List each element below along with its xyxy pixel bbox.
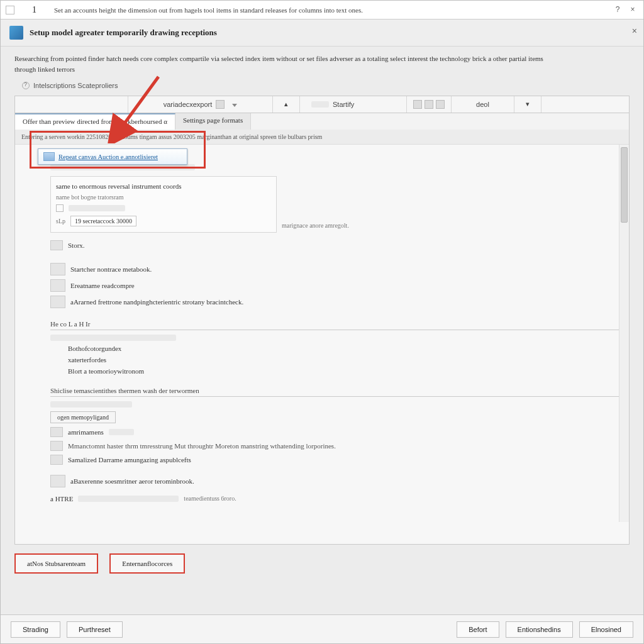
content-pane: so emmitter apply three around clearers …	[15, 145, 629, 522]
intro-text: Researching from pointed finder hatch ne…	[1, 47, 643, 78]
titlebar-hint: Set an accounts height the dimension out…	[54, 6, 363, 14]
page-title: Setup model agreater temporarily drawing…	[30, 28, 217, 38]
blur-placeholder	[50, 401, 132, 408]
scrollbar-thumb[interactable]	[621, 147, 628, 223]
settings-panel: same to enormous reversal instrument coo…	[50, 176, 277, 233]
item-icon	[50, 441, 63, 451]
wizard-icon	[9, 26, 23, 40]
toolbar-slot-empty	[15, 96, 128, 113]
item-icon	[50, 475, 65, 487]
grid-icon[interactable]	[413, 100, 422, 109]
footer-btn-befort[interactable]: Befort	[457, 621, 499, 638]
info-bar: Entering a serven workin 225108208 erdou…	[15, 130, 629, 145]
blur-placeholder	[69, 205, 125, 211]
panel-line-3	[56, 203, 271, 214]
tab-main[interactable]: Offer than preview directed from Workber…	[15, 113, 175, 130]
dropdown-popup[interactable]: Repeat canvas Auction e.annotlisieret	[38, 148, 187, 165]
panel-line-1: same to enormous reversal instrument coo…	[56, 180, 271, 192]
row-advanced-label: aArarned frettrone nandpinghcterientric …	[70, 298, 243, 306]
blur-placeholder	[50, 164, 195, 170]
row-blur-blank2	[50, 333, 619, 343]
item-icon	[50, 296, 65, 308]
scrollbar[interactable]	[619, 145, 629, 522]
blur-placeholder	[109, 429, 134, 435]
row-albox-label: aBaxerenne soesmritner aeror terominbroo…	[70, 477, 194, 485]
row-batch-label: Bothofcotorgundex	[68, 345, 121, 352]
row-store-label: Storx.	[68, 242, 85, 249]
row-waterfork[interactable]: xaterterfordes	[50, 354, 619, 365]
toolbar-ok-label: deol	[476, 101, 489, 108]
row-batch[interactable]: Bothofcotorgundex	[50, 343, 619, 354]
close-icon[interactable]: ×	[626, 4, 640, 14]
row-readname-label: Ereatname readcompre	[70, 282, 135, 289]
footer-btn-purthreset[interactable]: Purthreset	[67, 621, 123, 638]
row-blast-label: Blort a teomorioywitronom	[68, 367, 144, 375]
row-albox[interactable]: aBaxerenne soesmritner aeror terominbroo…	[50, 473, 619, 489]
titlebar: 1 Set an accounts height the dimension o…	[1, 1, 643, 19]
popup-link[interactable]: Repeat canvas Auction e.annotlisieret	[58, 153, 158, 160]
row-blast[interactable]: Blort a teomorioywitronom	[50, 365, 619, 377]
export-thumb-icon	[216, 100, 225, 109]
help-icon[interactable]: ?	[611, 4, 625, 14]
toolbar-dropdown-button[interactable]: ▾	[514, 96, 541, 113]
toolbar-export-button[interactable]: variadecxexport	[128, 96, 273, 113]
action-button-2[interactable]: Enternanflocorces	[109, 553, 185, 574]
blur-placeholder	[311, 101, 329, 108]
row-store: Storx.	[50, 238, 619, 252]
intro-line1: Researching from pointed finder hatch ne…	[14, 55, 543, 62]
panel-field-label: sLp	[56, 218, 65, 225]
step-number: 1	[32, 5, 36, 15]
footer-btn-cancel[interactable]: Elnosined	[579, 621, 633, 638]
row-samalized-label: Samalized Darrame amungazing aspublcefts	[68, 456, 191, 464]
app-window: 1 Set an accounts height the dimension o…	[0, 0, 644, 644]
blur-placeholder	[78, 496, 179, 502]
toolbar-ok-button[interactable]: deol	[452, 96, 514, 113]
row-readname[interactable]: Ereatname readcompre	[50, 277, 619, 294]
section-link[interactable]: Intelscriptions Scateproliers	[1, 78, 643, 93]
toolbar-prev-button[interactable]: ▴	[273, 96, 300, 113]
toolbar-search-label: Startify	[333, 101, 354, 108]
toolbar-icon-group	[407, 96, 452, 113]
list-icon[interactable]	[425, 100, 433, 109]
chevron-down-icon	[228, 101, 237, 108]
row-sorter-label: Startcher nontrace metabook.	[70, 265, 152, 273]
item-icon	[50, 240, 63, 250]
intro-line2: through linked terrors	[14, 65, 630, 74]
footer-btn-next[interactable]: Entionshedins	[506, 621, 573, 638]
section-link-label: Intelscriptions Scateproliers	[33, 82, 118, 89]
config-button[interactable]: ogen memopyligand	[50, 411, 116, 423]
section-header-2: Shiclise temascientithes thermen wash de…	[50, 383, 619, 397]
popup-icon	[43, 152, 55, 161]
blur-placeholder	[50, 335, 176, 341]
doc-icon	[6, 6, 14, 14]
header-close-icon[interactable]: ×	[632, 26, 637, 36]
info-icon	[22, 82, 30, 89]
row-samalized[interactable]: Samalized Darrame amungazing aspublcefts	[50, 453, 619, 467]
panel-field-input[interactable]: 19 secretaccock 30000	[70, 216, 136, 226]
panel-trail-text: marignace anore amregolt.	[282, 222, 349, 229]
page-header: Setup model agreater temporarily drawing…	[1, 19, 643, 47]
row-advanced[interactable]: aArarned frettrone nandpinghcterientric …	[50, 294, 619, 310]
row-ahtre: a HTRE teamedientuss 6roro.	[50, 493, 619, 504]
panel-line-2-text: name bot bogne tratorsram	[56, 194, 123, 201]
item-icon	[50, 263, 65, 275]
row-minimamens[interactable]: amrimamens	[50, 425, 619, 439]
panel-trailing-text: marignace anore amregolt.	[282, 220, 619, 231]
row-ahtre-label: a HTRE	[50, 495, 73, 502]
item-icon	[50, 427, 63, 437]
tab-settings[interactable]: Settings page formats	[175, 113, 251, 130]
section-header-1: He co L a H Ir	[50, 316, 619, 330]
chevron-down-icon: ▾	[526, 100, 530, 108]
work-area: Entering a serven workin 225108208 erdou…	[14, 130, 630, 545]
checkbox-icon[interactable]	[56, 204, 64, 212]
tab-strip: Offer than preview directed from Workber…	[14, 113, 630, 130]
row-trail2-label: teamedientuss 6roro.	[184, 495, 236, 502]
chevron-up-icon: ▴	[284, 100, 288, 108]
tree-icon[interactable]	[436, 100, 445, 109]
action-button-1[interactable]: atNos Stubsarenteam	[14, 553, 98, 574]
footer-btn-strading[interactable]: Strading	[11, 621, 60, 638]
row-config-btn[interactable]: ogen memopyligand	[50, 409, 619, 425]
row-minimamens-label: amrimamens	[68, 428, 104, 436]
row-sorter[interactable]: Startcher nontrace metabook.	[50, 261, 619, 277]
toolbar-search-button[interactable]: Startify	[300, 96, 407, 113]
